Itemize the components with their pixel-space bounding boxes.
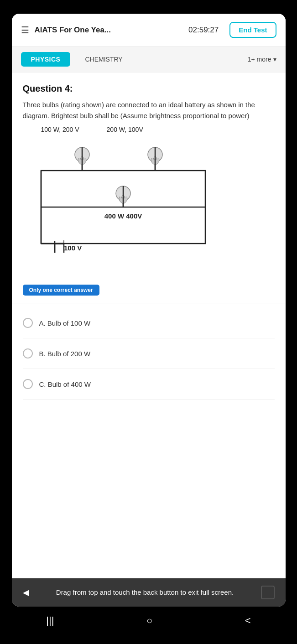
bulb2-label: 200 W, 100V: [107, 126, 143, 133]
header-title: AIATS For One Yea...: [35, 26, 183, 35]
radio-b[interactable]: [23, 348, 33, 358]
home-button[interactable]: ○: [133, 611, 166, 630]
back-button[interactable]: <: [231, 611, 265, 630]
bulb1-label: 100 W, 200 V: [41, 126, 79, 133]
question-text: Three bulbs (rating shown) are connected…: [23, 99, 275, 121]
bottom-toast: ◀ Drag from top and touch the back butto…: [12, 578, 286, 607]
back-icon: ◀: [23, 587, 29, 599]
chevron-down-icon: ▾: [273, 56, 276, 63]
toast-right-space: [261, 586, 275, 599]
recent-apps-button[interactable]: |||: [32, 611, 68, 630]
option-text-a: A. Bulb of 100 W: [39, 319, 91, 327]
option-row-a[interactable]: A. Bulb of 100 W: [23, 308, 275, 338]
phone-frame: ☰ AIATS For One Yea... 02:59:27 End Test…: [0, 0, 297, 644]
bulb-labels-row: 100 W, 200 V 200 W, 100V: [41, 126, 143, 133]
svg-text:100 V: 100 V: [64, 244, 82, 252]
bottom-nav: ||| ○ <: [0, 607, 297, 635]
svg-text:400 W 400V: 400 W 400V: [104, 212, 142, 220]
question-label: Question 4:: [23, 83, 275, 94]
circuit-diagram: 100 W, 200 V 200 W, 100V: [23, 126, 275, 273]
menu-icon[interactable]: ☰: [21, 25, 29, 36]
end-test-button[interactable]: End Test: [229, 22, 276, 38]
tab-bar: PHYSICS CHEMISTRY 1+ more ▾: [12, 47, 286, 73]
circuit-svg-wrapper: 400 W 400V 100 V: [27, 134, 224, 273]
content: Question 4: Three bulbs (rating shown) a…: [12, 73, 286, 578]
timer: 02:59:27: [188, 26, 219, 35]
radio-a[interactable]: [23, 318, 33, 328]
tab-more[interactable]: 1+ more ▾: [248, 56, 276, 63]
option-row-b[interactable]: B. Bulb of 200 W: [23, 338, 275, 369]
screen: ☰ AIATS For One Yea... 02:59:27 End Test…: [12, 14, 286, 607]
option-text-b: B. Bulb of 200 W: [39, 350, 91, 358]
options-list: A. Bulb of 100 W B. Bulb of 200 W C. Bul…: [23, 308, 275, 400]
tab-chemistry[interactable]: CHEMISTRY: [75, 52, 132, 67]
option-text-c: C. Bulb of 400 W: [39, 380, 91, 388]
header: ☰ AIATS For One Yea... 02:59:27 End Test: [12, 14, 286, 47]
tab-more-label: 1+ more: [248, 56, 271, 63]
toast-text: Drag from top and touch the back button …: [34, 587, 256, 598]
radio-c[interactable]: [23, 379, 33, 389]
answer-type-badge: Only one correct answer: [23, 285, 99, 296]
tab-physics[interactable]: PHYSICS: [21, 52, 71, 67]
option-row-c[interactable]: C. Bulb of 400 W: [23, 369, 275, 400]
divider: [12, 303, 286, 303]
